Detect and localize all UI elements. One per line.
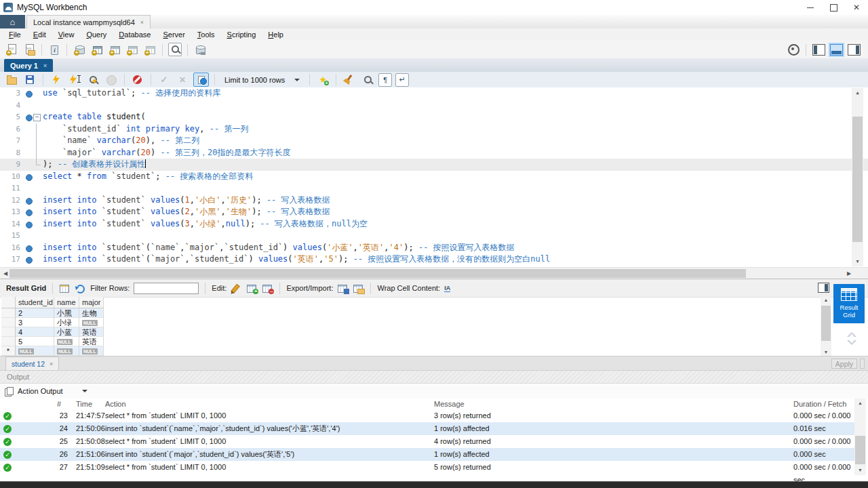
scroll-right-icon[interactable]: ▶: [845, 268, 853, 279]
create-schema-button[interactable]: [72, 42, 87, 57]
menu-server[interactable]: Server: [157, 28, 191, 41]
code-line-4[interactable]: 4: [0, 100, 868, 112]
code-line-12[interactable]: 12insert into `student` values(1,'小白','历…: [0, 195, 868, 207]
table-row[interactable]: 5NULL英语: [1, 337, 104, 346]
toggle-bottom-panel-button[interactable]: [829, 42, 844, 57]
grid-cell[interactable]: 英语: [79, 337, 104, 346]
output-scroll-thumb[interactable]: [855, 436, 865, 464]
toggle-right-panel-button[interactable]: [846, 42, 861, 57]
output-row-25[interactable]: ✓2521:50:08select * from `student` LIMIT…: [0, 435, 854, 448]
new-sql-tab-button[interactable]: [4, 42, 19, 57]
row-header-cell[interactable]: [1, 327, 16, 337]
output-row-27[interactable]: ✓2721:51:09select * from `student` LIMIT…: [0, 461, 854, 474]
result-tab-close-icon[interactable]: ×: [50, 361, 53, 367]
chevron-down-icon[interactable]: [82, 390, 87, 392]
delete-row-button[interactable]: [262, 283, 273, 293]
scroll-down-icon[interactable]: ▼: [854, 466, 866, 475]
code-line-15[interactable]: 15: [0, 230, 868, 242]
create-view-button[interactable]: [107, 42, 122, 57]
close-button[interactable]: ✕: [845, 0, 868, 15]
menu-file[interactable]: File: [3, 28, 27, 41]
code-line-17[interactable]: 17insert into `student`(`major`,`student…: [0, 253, 868, 266]
toggle-wrap-button[interactable]: ↵: [395, 73, 409, 87]
save-snippet-button[interactable]: ★: [315, 73, 330, 87]
code-line-7[interactable]: 7 `name` varchar(20), -- 第二列: [0, 135, 868, 147]
code-line-3[interactable]: 3use `sql_tutorial`; -- 选择使用的资料库: [0, 87, 868, 100]
grid-cell[interactable]: NULL: [79, 318, 104, 327]
output-row-24[interactable]: ✓2421:50:06insert into `student`(`name`,…: [0, 422, 854, 435]
grid-view-button[interactable]: [59, 283, 71, 293]
create-procedure-button[interactable]: [125, 42, 140, 57]
maximize-button[interactable]: [822, 0, 845, 15]
table-row[interactable]: 3小绿NULL: [1, 318, 104, 327]
collapse-down-icon[interactable]: [847, 340, 856, 345]
find-button[interactable]: [360, 73, 375, 87]
sql-editor[interactable]: 3use `sql_tutorial`; -- 选择使用的资料库45−creat…: [0, 87, 868, 267]
grid-scroll-thumb[interactable]: [821, 306, 831, 341]
menu-tools[interactable]: Tools: [191, 28, 221, 41]
collapse-up-icon[interactable]: [847, 332, 856, 337]
home-tab[interactable]: ⌂: [0, 15, 25, 28]
grid-cell[interactable]: 生物: [79, 308, 104, 318]
grid-cell[interactable]: 小蓝: [54, 327, 79, 337]
horizontal-scroll-thumb[interactable]: [9, 269, 746, 278]
editor-horizontal-scrollbar[interactable]: ◀ ▶: [0, 267, 868, 279]
menu-view[interactable]: View: [52, 28, 81, 41]
beautify-button[interactable]: [342, 73, 357, 87]
code-line-6[interactable]: 6 `student_id` int primary key, -- 第一列: [0, 123, 868, 136]
rollback-button[interactable]: ✕: [175, 73, 190, 87]
grid-cell[interactable]: 3: [16, 318, 54, 327]
execute-current-button[interactable]: [67, 73, 82, 87]
open-sql-script-button[interactable]: [22, 42, 37, 57]
row-header-cell[interactable]: [1, 337, 16, 346]
grid-cell[interactable]: 2: [16, 308, 54, 318]
grid-vertical-scrollbar[interactable]: ▲ ▼: [821, 297, 831, 356]
code-line-8[interactable]: 8 `major` varchar(20) -- 第三列，20指的是最大字符长度: [0, 147, 868, 159]
menu-help[interactable]: Help: [262, 28, 290, 41]
grid-column-header-student_id[interactable]: student_id: [16, 297, 54, 308]
output-row-23[interactable]: ✓2321:47:57select * from `student` LIMIT…: [0, 409, 854, 422]
grid-cell[interactable]: NULL: [16, 346, 54, 356]
connection-tab[interactable]: Local instance wampmysqld64 ×: [26, 15, 151, 28]
scroll-left-icon[interactable]: ◀: [1, 268, 9, 279]
code-line-5[interactable]: 5−create table student(: [0, 111, 868, 123]
wrap-cell-content-button[interactable]: IA: [444, 283, 456, 293]
sidebar-toggle-icon[interactable]: [818, 283, 829, 293]
limit-rows-dropdown[interactable]: Limit to 1000 rows: [220, 75, 304, 85]
save-script-button[interactable]: [22, 73, 37, 87]
row-header-cell[interactable]: *: [1, 346, 16, 356]
grid-cell[interactable]: NULL: [54, 337, 79, 346]
explain-button[interactable]: [85, 73, 100, 87]
grid-cell[interactable]: 英语: [79, 327, 104, 337]
search-objects-button[interactable]: [167, 42, 182, 57]
import-button[interactable]: [353, 283, 364, 293]
scroll-down-icon[interactable]: ▼: [821, 349, 831, 356]
code-line-14[interactable]: 14insert into `student` values(3,'小绿',nu…: [0, 218, 868, 230]
table-row[interactable]: 4小蓝英语: [1, 327, 104, 337]
filter-rows-input[interactable]: [134, 283, 199, 294]
sidebar-result-grid-button[interactable]: Result Grid: [833, 284, 865, 323]
code-line-13[interactable]: 13insert into `student` values(2,'小黑','生…: [0, 206, 868, 218]
output-selector[interactable]: Action Output: [18, 387, 77, 395]
code-line-11[interactable]: 11: [0, 182, 868, 195]
stop-button[interactable]: [104, 73, 119, 87]
grid-cell[interactable]: NULL: [54, 346, 79, 356]
fold-toggle-icon[interactable]: −: [33, 114, 41, 121]
apply-button[interactable]: Apply: [831, 359, 857, 369]
output-row-26[interactable]: ✓2621:51:06insert into `student`(`major`…: [0, 448, 854, 461]
edit-record-button[interactable]: [231, 283, 242, 293]
create-table-button[interactable]: [90, 42, 104, 57]
grid-column-header-major[interactable]: major: [79, 297, 104, 308]
menu-query[interactable]: Query: [80, 28, 113, 41]
commit-button[interactable]: ✓: [157, 73, 172, 87]
autocommit-toggle-button[interactable]: [193, 73, 209, 87]
preferences-button[interactable]: [786, 42, 801, 57]
grid-cell[interactable]: 4: [16, 327, 54, 337]
toggle-invisibles-button[interactable]: ¶: [378, 73, 392, 87]
grid-cell[interactable]: NULL: [79, 346, 104, 356]
scroll-up-icon[interactable]: ▲: [854, 399, 866, 408]
grid-column-header-name[interactable]: name: [54, 297, 79, 308]
connection-tab-close-icon[interactable]: ×: [140, 19, 144, 26]
add-row-button[interactable]: [246, 283, 258, 293]
code-line-16[interactable]: 16insert into `student`(`name`,`major`,`…: [0, 242, 868, 254]
